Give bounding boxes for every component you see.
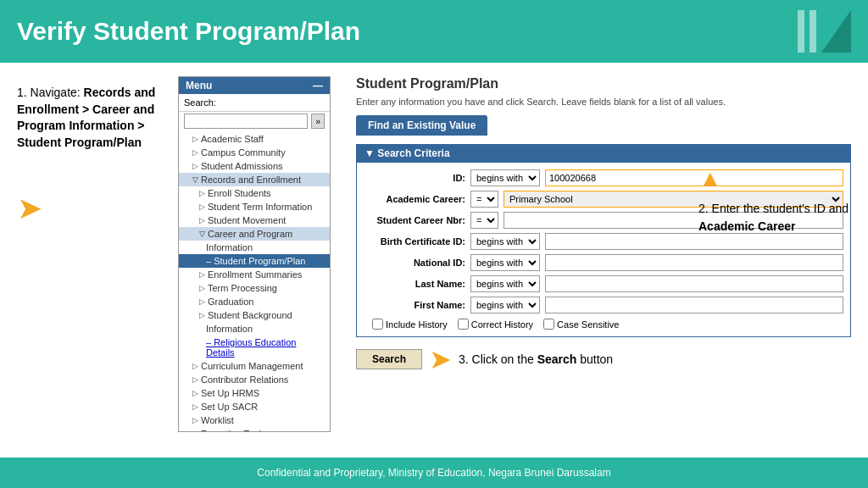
include-history-checkbox[interactable] — [372, 319, 383, 330]
national-id-label: National ID: — [364, 258, 465, 268]
step1-text: 1. Navigate: Records and Enrollment > Ca… — [17, 85, 170, 151]
case-sensitive-checkbox[interactable] — [543, 319, 554, 330]
student-career-nbr-operator[interactable]: = — [470, 212, 498, 229]
menu-item-setup-hrms[interactable]: ▷Set Up HRMS — [179, 386, 330, 400]
menu-item-enrollment-summaries[interactable]: ▷Enrollment Summaries — [179, 268, 330, 281]
include-history-checkbox-label[interactable]: Include History — [372, 319, 448, 330]
menu-item[interactable]: ▷Campus Community — [179, 146, 330, 159]
menu-header: Menu — — [179, 77, 330, 94]
content-title: Student Program/Plan — [356, 76, 851, 92]
step3-row: Search ➤ 3. Click on the Search button — [356, 346, 851, 373]
first-name-label: First Name: — [364, 300, 465, 310]
academic-career-label: Academic Career: — [364, 194, 465, 204]
menu-item-background-info: Information — [179, 322, 330, 336]
menu-item[interactable]: ▷Academic Staff — [179, 132, 330, 146]
yellow-arrow-up-icon: ▲ — [698, 165, 722, 191]
yellow-arrow-right: ➤ — [17, 191, 42, 225]
menu-item-graduation[interactable]: ▷Graduation — [179, 295, 330, 308]
national-id-operator[interactable]: begins with — [470, 254, 540, 271]
birth-cert-row: Birth Certificate ID: begins with — [364, 233, 843, 250]
menu-item-student-program[interactable]: – Student Program/Plan — [179, 254, 330, 268]
menu-search-button[interactable]: » — [311, 114, 325, 129]
last-name-label: Last Name: — [364, 279, 465, 289]
menu-item-reporting[interactable]: ▷Reporting Tools — [179, 427, 330, 432]
menu-item-term-processing[interactable]: ▷Term Processing — [179, 281, 330, 295]
step2-text: 2. Enter the student's ID and Academic C… — [698, 202, 849, 233]
menu-item-contributor[interactable]: ▷Contributor Relations — [179, 373, 330, 386]
left-instruction: 1. Navigate: Records and Enrollment > Ca… — [17, 76, 170, 461]
search-criteria-header: ▼ Search Criteria — [356, 144, 851, 163]
content-description: Enter any information you have and click… — [356, 97, 851, 107]
menu-item-career-info: Information — [179, 241, 330, 254]
search-button[interactable]: Search — [356, 349, 422, 369]
checkbox-row: Include History Correct History Case Sen… — [364, 319, 843, 330]
menu-item-student-background[interactable]: ▷Student Background — [179, 308, 330, 322]
national-id-input[interactable] — [545, 254, 843, 271]
menu-items-list: ▷Academic Staff ▷Campus Community ▷Stude… — [179, 132, 330, 432]
menu-item-curriculum[interactable]: ▷Curriculum Management — [179, 359, 330, 373]
menu-search-input[interactable] — [184, 114, 308, 129]
menu-item-student-movement[interactable]: ▷Student Movement — [179, 214, 330, 227]
last-name-row: Last Name: begins with — [364, 275, 843, 292]
step3-text: 3. Click on the Search button — [459, 352, 613, 366]
menu-close-icon[interactable]: — — [313, 80, 323, 92]
id-label: ID: — [364, 173, 465, 183]
menu-item-records[interactable]: ▽Records and Enrollment — [179, 173, 330, 186]
first-name-input[interactable] — [545, 297, 843, 313]
header: Verify Student Program/Plan — [0, 0, 868, 63]
case-sensitive-checkbox-label[interactable]: Case Sensitive — [543, 319, 619, 330]
correct-history-checkbox[interactable] — [458, 319, 469, 330]
right-content: Student Program/Plan Enter any informati… — [339, 76, 851, 461]
menu-item-enroll[interactable]: ▷Enroll Students — [179, 186, 330, 200]
birth-cert-operator[interactable]: begins with — [470, 233, 540, 250]
menu-title: Menu — [186, 80, 212, 92]
last-name-input[interactable] — [545, 275, 843, 292]
header-title: Verify Student Program/Plan — [17, 17, 360, 46]
step2-annotation: ▲ 2. Enter the student's ID and Academic… — [698, 161, 860, 236]
menu-panel: Menu — Search: » ▷Academic Staff ▷Campus… — [178, 76, 331, 432]
menu-item-setup-sacr[interactable]: ▷Set Up SACR — [179, 400, 330, 413]
national-id-row: National ID: begins with — [364, 254, 843, 271]
student-career-nbr-label: Student Career Nbr: — [364, 215, 465, 225]
menu-item-religious[interactable]: – Religious Education Details — [179, 336, 330, 359]
first-name-row: First Name: begins with — [364, 297, 843, 313]
footer-text: Confidential and Proprietary, Ministry o… — [257, 467, 610, 479]
first-name-operator[interactable]: begins with — [470, 297, 540, 313]
id-operator-select[interactable]: begins with — [470, 169, 540, 186]
last-name-operator[interactable]: begins with — [470, 275, 540, 292]
birth-cert-label: Birth Certificate ID: — [364, 236, 465, 247]
menu-item-student-term[interactable]: ▷Student Term Information — [179, 200, 330, 214]
search-label: Search: — [184, 97, 216, 108]
academic-career-operator-select[interactable]: = — [470, 191, 498, 208]
correct-history-checkbox-label[interactable]: Correct History — [458, 319, 533, 330]
find-existing-tab[interactable]: Find an Existing Value — [356, 115, 487, 136]
menu-item-career[interactable]: ▽Career and Program — [179, 227, 330, 241]
menu-item[interactable]: ▷Student Admissions — [179, 159, 330, 173]
yellow-arrow-left: ➤ — [429, 346, 452, 373]
footer: Confidential and Proprietary, Ministry o… — [0, 458, 868, 488]
menu-item-worklist[interactable]: ▷Worklist — [179, 413, 330, 427]
step1-label: 1. Navigate: — [17, 86, 84, 99]
birth-cert-input[interactable] — [545, 233, 843, 250]
